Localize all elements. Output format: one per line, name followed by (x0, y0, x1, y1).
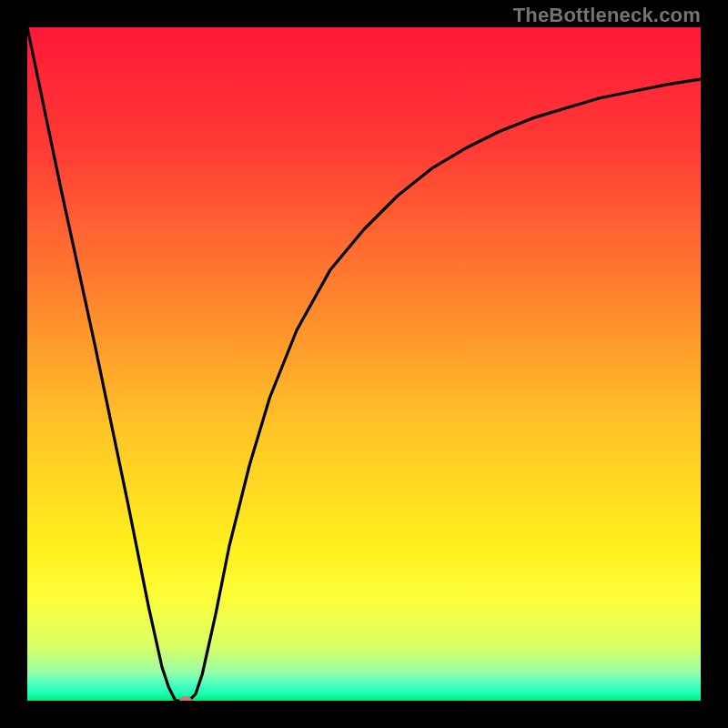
chart-frame: TheBottleneck.com (0, 0, 728, 728)
plot-area (27, 27, 701, 701)
minimum-marker (179, 696, 192, 701)
watermark-text: TheBottleneck.com (513, 4, 701, 27)
bottleneck-curve (27, 27, 701, 701)
